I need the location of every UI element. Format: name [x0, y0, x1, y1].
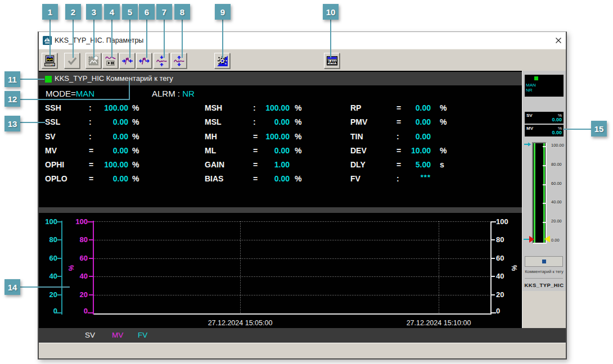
param-row: RP = 0.00 % [350, 101, 480, 115]
alarm-separator: : [178, 89, 180, 98]
trend-plot-area[interactable] [94, 221, 492, 315]
param-value: 100.00 [205, 132, 290, 142]
param-value: 0.00 [45, 117, 128, 127]
faceplate-alarm-value: NR [526, 88, 533, 93]
tag-comment-text: KKS_TYP_HIC Комментарий к тегу [55, 72, 173, 85]
axis-tick-label: 20 [39, 291, 57, 299]
status-bar [39, 343, 566, 358]
trend-play-pause-button[interactable] [102, 53, 118, 69]
panel-separator [39, 207, 522, 213]
faceplate-lower-area [522, 291, 566, 328]
param-row: DEV = 10.00 % [350, 144, 480, 158]
param-row: MSL : 0.00 % [205, 115, 334, 129]
param-unit: % [132, 117, 139, 127]
axis-tick-label: 60 [496, 254, 516, 262]
legend-item[interactable]: MV [112, 328, 123, 343]
axis-tick-label: 80 [496, 236, 516, 244]
param-row: OPLO = 0.00 % [45, 172, 174, 186]
callout-badge: 10 [323, 4, 339, 20]
param-column-3: RP = 0.00 % PMV = 0.00 % TIN : 0.00 DEV [350, 101, 480, 186]
tag-header: KKS_TYP_HIC Комментарий к тегу [39, 72, 522, 85]
axis-tick-label: 40 [70, 272, 88, 280]
faceplate-sv-box: SV % 0.00 [525, 112, 564, 124]
sv-axis-line [61, 221, 62, 315]
param-unit: % [440, 103, 447, 113]
param-value: 0.00 [205, 174, 290, 184]
param-row: MV = 0.00 % [45, 144, 174, 158]
param-unit: % [295, 117, 301, 127]
param-value: 0.00 [45, 146, 128, 156]
axis-tick-label: 40 [496, 272, 516, 280]
callout-badge: 13 [4, 116, 20, 131]
raw-window-icon: RAW [326, 55, 338, 67]
param-unit: % [132, 132, 139, 142]
callout-badge: 3 [86, 4, 102, 20]
param-row: SSL : 0.00 % [45, 115, 174, 129]
gauge-bar [532, 142, 547, 244]
param-value: 0.00 [205, 117, 290, 127]
axis-tick-label: 20 [70, 291, 88, 299]
close-button[interactable] [552, 35, 565, 46]
axis-tick-label: 100 [70, 218, 88, 226]
legend-item[interactable]: SV [85, 328, 95, 343]
right-axis-ticks [492, 221, 495, 313]
raw-values-button[interactable]: RAW [324, 53, 340, 69]
expand-horizontal-button[interactable] [136, 53, 152, 69]
param-column-1: SSH : 100.00 % SSL : 0.00 % SV : 0.00 % … [45, 101, 174, 186]
param-value: 5.00 [350, 160, 431, 170]
callout-badge: 1 [42, 4, 58, 20]
param-row: SSH : 100.00 % [45, 101, 174, 115]
callout-badge: 2 [65, 4, 81, 20]
faceplate-mv-label: MV [526, 126, 533, 131]
compress-vertical-icon [156, 55, 168, 67]
param-value: 0.00 [350, 103, 431, 113]
param-unit: % [440, 146, 447, 156]
mode-label: MODE= [46, 89, 76, 98]
mv-axis-ticks [89, 221, 93, 313]
gauge-limit-pointer-icon [544, 235, 551, 243]
faceplate-button-square-icon [542, 260, 546, 263]
faceplate-comment: Комментарий к тегу [522, 269, 566, 275]
callout-badge: 11 [4, 71, 20, 87]
faceplate-status-box: MAN NR [525, 75, 564, 97]
accept-button[interactable] [64, 53, 80, 69]
page: KKS_TYP_HIC. Параметры [0, 0, 613, 364]
expand-vertical-icon [173, 55, 185, 67]
time-axis-label: 27.12.2024 15:10:00 [388, 319, 489, 327]
param-row: ML = 0.00 % [205, 144, 334, 158]
gauge-scale-label: 40.00 [551, 200, 566, 204]
param-value: 100.00 [45, 160, 128, 170]
param-value: 0.00 [350, 117, 431, 127]
callout-badge: 14 [4, 279, 20, 295]
expand-vertical-button[interactable] [171, 53, 187, 69]
tag-status-indicator [45, 76, 52, 83]
compress-vertical-button[interactable] [154, 53, 169, 69]
callout-badge: 12 [4, 91, 20, 107]
faceplate-button[interactable] [525, 256, 563, 267]
sv-axis-labels: 100806040200 [39, 218, 57, 317]
gauge-scale-label: 60.00 [551, 181, 566, 186]
param-value: 100.00 [205, 103, 290, 113]
trend-legend: SVMVFV [39, 328, 566, 343]
param-value: 0.00 [45, 132, 128, 142]
param-unit: % [295, 103, 301, 113]
faceplate-separator [525, 278, 563, 279]
axis-tick-label: 60 [70, 254, 88, 262]
param-row: BIAS = 0.00 % [205, 172, 334, 186]
compress-horizontal-icon [121, 55, 133, 67]
legend-item[interactable]: FV [138, 328, 147, 343]
param-unit: % [132, 103, 139, 113]
callout-badge: 4 [104, 4, 120, 20]
axis-tick-label: 40 [39, 272, 57, 280]
param-unit: % [440, 117, 447, 127]
svg-text:RAW: RAW [327, 59, 337, 64]
compress-horizontal-button[interactable] [119, 53, 135, 69]
param-unit: s [440, 160, 444, 170]
param-row: DLY = 5.00 s [350, 158, 480, 172]
mv-axis-unit: % [67, 264, 75, 272]
gauge-scale-label: 100.00 [551, 143, 566, 148]
param-row: SV : 0.00 % [45, 130, 174, 144]
param-unit: % [132, 174, 139, 184]
param-row: TIN : 0.00 [350, 130, 480, 144]
param-row: FV : *** [350, 172, 480, 186]
